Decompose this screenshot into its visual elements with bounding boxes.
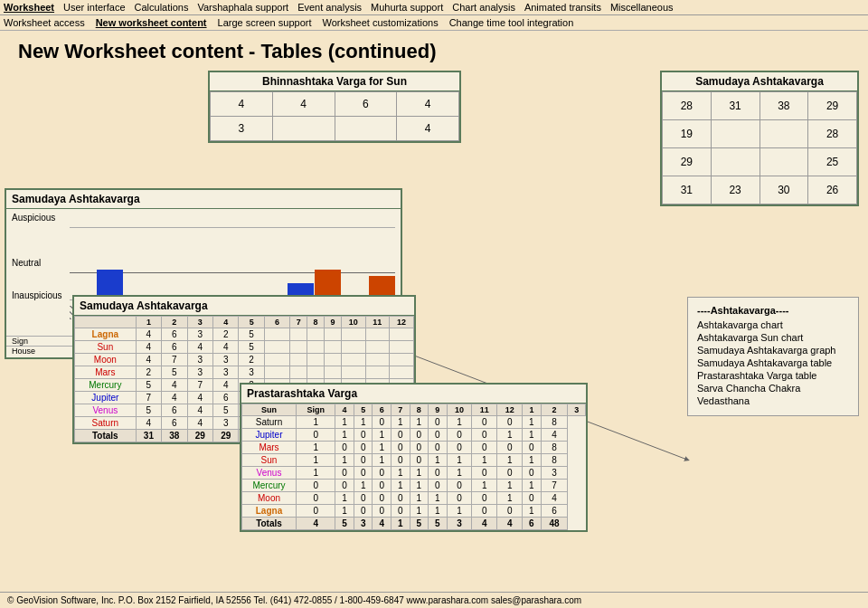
value-cell: 0 xyxy=(391,505,410,518)
table-header-row: Sun Sign 4 5 6 7 8 9 10 11 12 1 2 3 xyxy=(242,404,586,416)
value-cell: 7 xyxy=(541,480,568,492)
menu-varshaphala[interactable]: Varshaphala support xyxy=(197,2,288,13)
value-cell: 2 xyxy=(212,328,238,341)
menu-chart-analysis[interactable]: Chart analysis xyxy=(452,2,515,13)
planet-cell: Venus xyxy=(75,404,137,417)
value-cell xyxy=(290,354,307,366)
value-cell: 0 xyxy=(472,442,497,454)
table-row: Mercury 00101 1001117 xyxy=(242,480,586,492)
value-cell: 1 xyxy=(297,416,335,429)
value-cell: 1 xyxy=(354,480,373,492)
value-cell: 0 xyxy=(410,429,429,442)
table-cell: 30 xyxy=(760,176,808,204)
value-cell: 1 xyxy=(429,492,448,505)
table-cell xyxy=(760,120,808,148)
table-cell: 29 xyxy=(663,148,712,176)
total-value: 4 xyxy=(297,518,335,530)
planet-cell: Sun xyxy=(242,454,297,467)
table-cell: 3 xyxy=(211,117,273,141)
value-cell: 0 xyxy=(354,505,373,518)
submenu-worksheet-customizations[interactable]: Worksheet customizations xyxy=(322,17,438,28)
submenu-large-screen[interactable]: Large screen support xyxy=(218,17,312,28)
submenu-change-time-tool[interactable]: Change time tool integration xyxy=(449,17,574,28)
value-cell: 1 xyxy=(410,505,429,518)
samudaya-top-right: Samudaya Ashtakavarga 28 31 38 29 19 28 … xyxy=(660,71,859,206)
menu-user-interface[interactable]: User interface xyxy=(63,2,125,13)
value-cell: 1 xyxy=(523,429,542,442)
submenu-worksheet-access[interactable]: Worksheet access xyxy=(4,17,85,28)
col-header xyxy=(75,317,137,328)
menu-calculations[interactable]: Calculations xyxy=(135,2,189,13)
col-header: 4 xyxy=(212,317,238,328)
col-header: 6 xyxy=(264,317,289,328)
value-cell: 0 xyxy=(472,492,497,505)
legend-item-sarva-chancha[interactable]: Sarva Chancha Chakra xyxy=(697,383,849,394)
table-row: Moon 01000 1100104 xyxy=(242,492,586,505)
value-cell: 1 xyxy=(354,416,373,429)
planet-cell: Mars xyxy=(242,442,297,454)
table-row: Mars 25333 xyxy=(75,366,414,379)
value-cell: 3 xyxy=(541,467,568,480)
value-cell xyxy=(307,341,325,354)
value-cell xyxy=(264,354,289,366)
col-header: 10 xyxy=(341,317,365,328)
legend-item-vedasthana[interactable]: Vedasthana xyxy=(697,395,849,406)
value-cell: 6 xyxy=(162,417,187,430)
menu-animated-transits[interactable]: Animated transits xyxy=(524,2,601,13)
value-cell: 1 xyxy=(410,416,429,429)
value-cell xyxy=(390,328,414,341)
value-cell xyxy=(290,341,307,354)
legend-item-samudaya-graph[interactable]: Samudaya Ashtakavarga graph xyxy=(697,345,849,356)
col-header: 3 xyxy=(187,317,212,328)
value-cell: 7 xyxy=(162,354,187,366)
legend-item-prastarashtaka-table[interactable]: Prastarashtaka Varga table xyxy=(697,370,849,381)
table-row: Sun 46445 xyxy=(75,341,414,354)
table-row: 3 4 xyxy=(211,117,459,141)
value-cell xyxy=(365,341,390,354)
menu-miscellaneous[interactable]: Miscellaneous xyxy=(610,2,674,13)
value-cell: 4 xyxy=(136,341,161,354)
menu-event-analysis[interactable]: Event analysis xyxy=(297,2,362,13)
legend-item-ashtakavarga-sun[interactable]: Ashtakavarga Sun chart xyxy=(697,332,849,343)
value-cell: 0 xyxy=(523,467,542,480)
submenu-new-worksheet-content[interactable]: New worksheet content xyxy=(96,17,207,28)
value-cell: 0 xyxy=(447,429,472,442)
value-cell: 0 xyxy=(429,429,448,442)
value-cell: 8 xyxy=(541,442,568,454)
col-header: 8 xyxy=(307,317,325,328)
value-cell: 0 xyxy=(410,442,429,454)
table-cell xyxy=(711,148,760,176)
col-header: 2 xyxy=(162,317,187,328)
value-cell: 4 xyxy=(162,379,187,392)
legend-item-ashtakavarga-chart[interactable]: Ashtakavarga chart xyxy=(697,319,849,330)
value-cell: 1 xyxy=(391,467,410,480)
value-cell: 0 xyxy=(373,505,392,518)
value-cell: 3 xyxy=(239,366,264,379)
legend-item-samudaya-table[interactable]: Samudaya Ashtakavarga table xyxy=(697,357,849,368)
value-cell: 1 xyxy=(391,416,410,429)
value-cell: 1 xyxy=(497,454,523,467)
totals-row: Totals 45341 55344648 xyxy=(242,518,586,530)
menu-worksheet[interactable]: Worksheet xyxy=(4,2,54,13)
col-header: 6 xyxy=(373,404,392,416)
bhinnashtaka-table: 4 4 6 4 3 4 xyxy=(210,91,459,141)
table-row: 29 25 xyxy=(663,148,857,176)
value-cell: 6 xyxy=(212,392,238,404)
col-header: 9 xyxy=(324,317,341,328)
total-value: 29 xyxy=(212,430,238,442)
total-value: 5 xyxy=(429,518,448,530)
prastarashtaka-container: Prastarashtaka Varga Sun Sign 4 5 6 7 8 … xyxy=(240,383,588,532)
house-label: House xyxy=(12,347,71,356)
total-value: 6 xyxy=(523,518,542,530)
table-cell xyxy=(272,117,335,141)
value-cell: 4 xyxy=(136,417,161,430)
table-row: 19 28 xyxy=(663,120,857,148)
table-cell: 19 xyxy=(663,120,712,148)
value-cell: 1 xyxy=(297,454,335,467)
value-cell: 5 xyxy=(239,328,264,341)
value-cell: 0 xyxy=(497,416,523,429)
value-cell: 4 xyxy=(212,379,238,392)
value-cell xyxy=(324,354,341,366)
bhinnashtaka-container: Bhinnashtaka Varga for Sun 4 4 6 4 3 4 xyxy=(208,71,461,143)
menu-muhurta[interactable]: Muhurta support xyxy=(371,2,443,13)
